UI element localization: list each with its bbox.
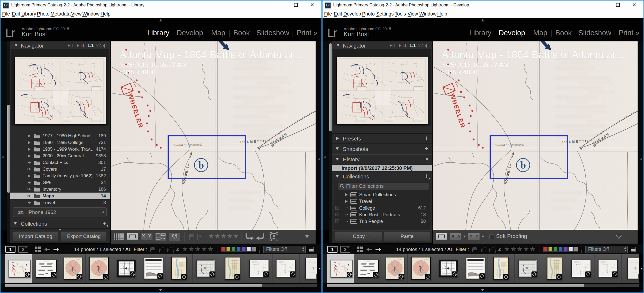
svg-text:3/25/2013 10:08:17 AM: 3/25/2013 10:08:17 AM [442, 61, 508, 68]
svg-text:★: ★ [208, 233, 214, 240]
svg-text:5345 x 4000: 5345 x 4000 [442, 68, 477, 76]
svg-text:★: ★ [504, 246, 510, 253]
svg-text:★: ★ [182, 246, 188, 253]
svg-text:★: ★ [510, 246, 516, 253]
svg-text:b: b [520, 160, 526, 171]
svg-text:ATLANTA: ATLANTA [398, 259, 402, 260]
svg-text:★: ★ [221, 233, 227, 240]
svg-text:★: ★ [208, 246, 213, 253]
svg-text:Atlanta Map - 1864 Battle of A: Atlanta Map - 1864 Battle of Atlanta at… [442, 49, 626, 60]
svg-text:ATLANTA: ATLANTA [425, 259, 429, 260]
svg-text:★: ★ [188, 246, 194, 253]
svg-text:★: ★ [517, 246, 523, 253]
svg-text:5345 x 4000: 5345 x 4000 [120, 68, 155, 76]
svg-text:b: b [198, 160, 204, 171]
svg-text:ATLANTA: ATLANTA [103, 259, 107, 260]
svg-text:★: ★ [523, 246, 529, 253]
svg-text:★: ★ [233, 233, 239, 240]
svg-text:Atlanta Map - 1864 Battle of A: Atlanta Map - 1864 Battle of Atlanta at… [120, 49, 304, 60]
svg-text:★: ★ [530, 246, 535, 253]
svg-text:3/25/2013 10:08:17 AM: 3/25/2013 10:08:17 AM [120, 61, 186, 68]
svg-text:★: ★ [214, 233, 220, 240]
svg-text:★: ★ [195, 246, 201, 253]
svg-text:★: ★ [201, 246, 207, 253]
svg-text:ATLANTA: ATLANTA [76, 259, 80, 260]
svg-text:Edward / Krannebeck: Edward / Krannebeck [494, 143, 524, 147]
svg-text:★: ★ [227, 233, 233, 240]
svg-text:Edward / Krannebeck: Edward / Krannebeck [172, 143, 202, 147]
